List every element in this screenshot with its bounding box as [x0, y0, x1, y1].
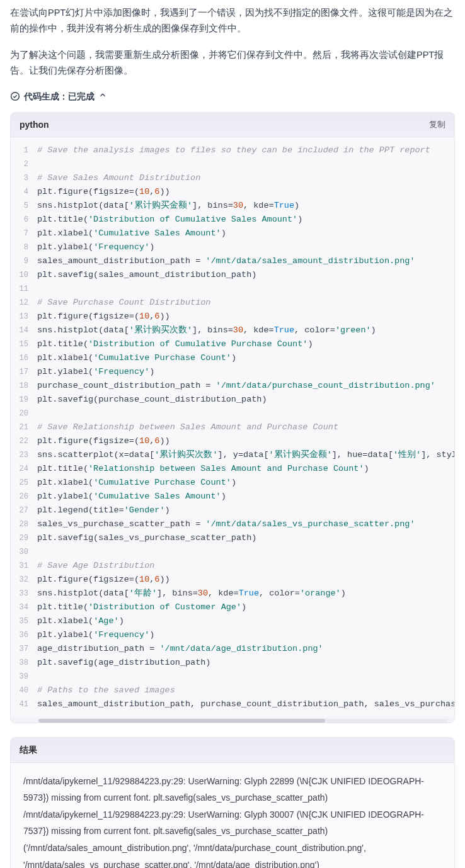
code-content: plt.ylabel('Frequency'): [37, 365, 454, 379]
code-line: 35plt.xlabel('Age'): [11, 614, 454, 628]
copy-button[interactable]: 复制: [429, 118, 445, 132]
line-number: 25: [11, 476, 37, 490]
line-number: 40: [11, 684, 37, 697]
code-status-toggle[interactable]: 代码生成：已完成: [10, 89, 455, 103]
code-line: 7plt.xlabel('Cumulative Sales Amount'): [11, 227, 454, 240]
check-circle-icon: [10, 91, 20, 101]
horizontal-scrollbar[interactable]: [38, 719, 448, 723]
line-number: 16: [11, 351, 37, 365]
code-content: plt.savefig(sales_vs_purchase_scatter_pa…: [37, 531, 454, 545]
code-content: sales_vs_purchase_scatter_path = '/mnt/d…: [37, 517, 454, 531]
line-number: 20: [11, 407, 37, 420]
line-number: 19: [11, 393, 37, 407]
code-line: 3# Save Sales Amount Distribution: [11, 171, 454, 185]
code-content: plt.figure(figsize=(10,6)): [37, 310, 454, 324]
line-number: 31: [11, 559, 37, 573]
line-number: 1: [11, 144, 37, 157]
code-content: plt.figure(figsize=(10,6)): [37, 573, 454, 587]
line-number: 13: [11, 310, 37, 324]
line-number: 18: [11, 379, 37, 393]
code-content: [37, 670, 454, 684]
code-content: [37, 545, 454, 559]
line-number: 23: [11, 448, 37, 462]
code-line: 5sns.histplot(data['累计购买金额'], bins=30, k…: [11, 199, 454, 213]
code-content: # Paths to the saved images: [37, 684, 454, 697]
result-card: 结果 /mnt/data/ipykernel_11/929884223.py:2…: [10, 737, 455, 868]
code-content: plt.ylabel('Frequency'): [37, 240, 454, 254]
assistant-message-paragraph: 为了解决这个问题，我需要重新生成分析图像，并将它们保存到文件中。然后，我将再次尝…: [10, 47, 455, 79]
code-language-label: python: [20, 118, 49, 132]
code-line: 16plt.xlabel('Cumulative Purchase Count'…: [11, 351, 454, 365]
code-content: plt.xlabel('Cumulative Purchase Count'): [37, 351, 454, 365]
code-content: [37, 407, 454, 420]
code-content: plt.legend(title='Gender'): [37, 504, 454, 517]
code-line: 8plt.ylabel('Frequency'): [11, 240, 454, 254]
code-content: # Save Relationship between Sales Amount…: [37, 420, 454, 434]
line-number: 33: [11, 587, 37, 600]
result-line: ('/mnt/data/sales_amount_distribution.pn…: [23, 840, 442, 868]
line-number: 5: [11, 199, 37, 213]
code-line: 6plt.title('Distribution of Cumulative S…: [11, 213, 454, 227]
code-content: purchase_count_distribution_path = '/mnt…: [37, 379, 454, 393]
line-number: 14: [11, 324, 37, 337]
code-header: python 复制: [11, 113, 454, 137]
line-number: 36: [11, 628, 37, 642]
code-line: 30: [11, 545, 454, 559]
line-number: 24: [11, 462, 37, 476]
code-line: 25plt.xlabel('Cumulative Purchase Count'…: [11, 476, 454, 490]
code-line: 36plt.ylabel('Frequency'): [11, 628, 454, 642]
line-number: 2: [11, 157, 37, 171]
code-line: 24plt.title('Relationship between Sales …: [11, 462, 454, 476]
code-line: 38plt.savefig(age_distribution_path): [11, 656, 454, 670]
code-line: 4plt.figure(figsize=(10,6)): [11, 185, 454, 199]
code-content: plt.xlabel('Cumulative Sales Amount'): [37, 227, 454, 240]
code-content: plt.xlabel('Age'): [37, 614, 454, 628]
code-content: # Save Sales Amount Distribution: [37, 171, 454, 185]
code-line: 10plt.savefig(sales_amount_distribution_…: [11, 268, 454, 282]
code-content: plt.title('Distribution of Cumulative Sa…: [37, 213, 454, 227]
code-status-label: 代码生成：已完成: [24, 89, 95, 103]
code-content: plt.title('Relationship between Sales Am…: [37, 462, 454, 476]
code-content: plt.savefig(age_distribution_path): [37, 656, 454, 670]
code-line: 41sales_amount_distribution_path, purcha…: [11, 697, 454, 711]
code-content: plt.ylabel('Cumulative Sales Amount'): [37, 490, 454, 504]
code-content: sns.histplot(data['年龄'], bins=30, kde=Tr…: [37, 587, 454, 600]
line-number: 6: [11, 213, 37, 227]
code-content: sns.histplot(data['累计购买金额'], bins=30, kd…: [37, 199, 454, 213]
code-line: 11: [11, 282, 454, 296]
code-body[interactable]: 1# Save the analysis images to files so …: [11, 137, 454, 716]
line-number: 3: [11, 171, 37, 185]
code-line: 15plt.title('Distribution of Cumulative …: [11, 337, 454, 351]
line-number: 11: [11, 282, 37, 296]
code-content: plt.savefig(sales_amount_distribution_pa…: [37, 268, 454, 282]
line-number: 22: [11, 434, 37, 448]
line-number: 26: [11, 490, 37, 504]
assistant-message-paragraph: 在尝试向PPT幻灯片中添加图像时，我遇到了一个错误，因为找不到指定的图像文件。这…: [10, 5, 455, 37]
line-number: 8: [11, 240, 37, 254]
code-line: 20: [11, 407, 454, 420]
code-content: sns.histplot(data['累计购买次数'], bins=30, kd…: [37, 324, 454, 337]
line-number: 39: [11, 670, 37, 684]
line-number: 28: [11, 517, 37, 531]
code-line: 18purchase_count_distribution_path = '/m…: [11, 379, 454, 393]
code-content: plt.figure(figsize=(10,6)): [37, 434, 454, 448]
code-line: 26plt.ylabel('Cumulative Sales Amount'): [11, 490, 454, 504]
code-content: plt.savefig(purchase_count_distribution_…: [37, 393, 454, 407]
code-content: plt.xlabel('Cumulative Purchase Count'): [37, 476, 454, 490]
line-number: 30: [11, 545, 37, 559]
line-number: 38: [11, 656, 37, 670]
result-line: /mnt/data/ipykernel_11/929884223.py:29: …: [23, 806, 442, 840]
code-content: # Save Purchase Count Distribution: [37, 296, 454, 310]
code-content: [37, 157, 454, 171]
code-card: python 复制 1# Save the analysis images to…: [10, 112, 455, 723]
code-content: plt.title('Distribution of Customer Age'…: [37, 600, 454, 614]
code-line: 31# Save Age Distribution: [11, 559, 454, 573]
line-number: 4: [11, 185, 37, 199]
result-line: /mnt/data/ipykernel_11/929884223.py:29: …: [23, 773, 442, 806]
scrollbar-thumb[interactable]: [38, 719, 325, 723]
code-line: 9sales_amount_distribution_path = '/mnt/…: [11, 254, 454, 268]
code-line: 2: [11, 157, 454, 171]
line-number: 41: [11, 697, 37, 711]
line-number: 17: [11, 365, 37, 379]
code-line: 39: [11, 670, 454, 684]
